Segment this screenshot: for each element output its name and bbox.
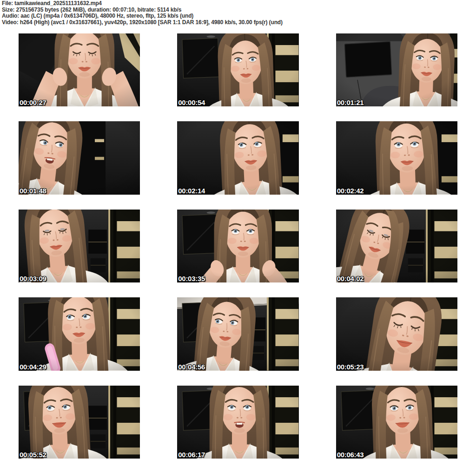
timestamp-overlay: 00:03:35	[178, 275, 205, 282]
thumbnail-scene-illustration	[19, 210, 140, 282]
timestamp-overlay: 00:01:48	[20, 187, 46, 195]
thumbnail-scene-illustration	[19, 297, 140, 370]
timestamp-overlay: 00:02:42	[337, 187, 364, 195]
media-info-header: File: tamikawieand_202511131632.mp4 Size…	[0, 0, 476, 26]
thumbnail-scene-illustration	[19, 33, 140, 106]
video-thumbnail: 00:00:27	[19, 33, 140, 106]
timestamp-overlay: 00:04:02	[337, 275, 364, 282]
video-thumbnail: 00:03:09	[19, 210, 140, 282]
video-thumbnail: 00:01:48	[19, 121, 140, 194]
timestamp-overlay: 00:05:23	[337, 363, 364, 371]
thumbnail-grid: 00:00:2700:00:5400:01:2100:01:4800:02:14…	[0, 26, 476, 466]
thumbnail-scene-illustration	[177, 121, 298, 194]
video-thumbnail: 00:05:23	[336, 297, 457, 370]
timestamp-overlay: 00:06:43	[337, 451, 364, 459]
audio-line: Audio: aac (LC) (mp4a / 0x6134706D), 480…	[2, 13, 476, 20]
thumbnail-scene-illustration	[336, 386, 457, 459]
thumbnail-scene-illustration	[336, 297, 457, 370]
timestamp-overlay: 00:05:52	[20, 451, 46, 459]
thumbnail-scene-illustration	[19, 386, 140, 459]
timestamp-overlay: 00:00:54	[178, 98, 205, 106]
file-line: File: tamikawieand_202511131632.mp4	[2, 0, 476, 7]
thumbnail-scene-illustration	[177, 210, 298, 282]
video-thumbnail: 00:01:21	[336, 33, 457, 106]
timestamp-overlay: 00:02:14	[178, 187, 205, 195]
video-thumbnail: 00:00:54	[177, 33, 298, 106]
video-thumbnail: 00:02:14	[177, 121, 298, 194]
timestamp-overlay: 00:03:09	[20, 275, 46, 282]
timestamp-overlay: 00:01:21	[337, 98, 364, 106]
timestamp-overlay: 00:06:17	[178, 451, 205, 459]
video-thumbnail: 00:04:29	[19, 297, 140, 370]
thumbnail-scene-illustration	[177, 33, 298, 106]
timestamp-overlay: 00:04:56	[178, 363, 205, 371]
video-thumbnail: 00:04:56	[177, 297, 298, 370]
video-thumbnail: 00:02:42	[336, 121, 457, 194]
video-thumbnail: 00:03:35	[177, 210, 298, 282]
timestamp-overlay: 00:00:27	[20, 98, 46, 106]
video-thumbnail: 00:06:43	[336, 386, 457, 459]
size-line: Size: 275156735 bytes (262 MiB), duratio…	[2, 7, 476, 13]
thumbnail-scene-illustration	[336, 121, 457, 194]
timestamp-overlay: 00:04:29	[20, 363, 46, 371]
thumbnail-scene-illustration	[177, 297, 298, 370]
video-thumbnail: 00:04:02	[336, 210, 457, 282]
thumbnail-scene-illustration	[19, 121, 140, 194]
video-line: Video: h264 (High) (avc1 / 0x31637661), …	[2, 20, 476, 26]
video-contact-sheet: File: tamikawieand_202511131632.mp4 Size…	[0, 0, 476, 466]
video-thumbnail: 00:05:52	[19, 386, 140, 459]
video-thumbnail: 00:06:17	[177, 386, 298, 459]
thumbnail-scene-illustration	[336, 210, 457, 282]
thumbnail-scene-illustration	[336, 33, 457, 106]
thumbnail-scene-illustration	[177, 386, 298, 459]
